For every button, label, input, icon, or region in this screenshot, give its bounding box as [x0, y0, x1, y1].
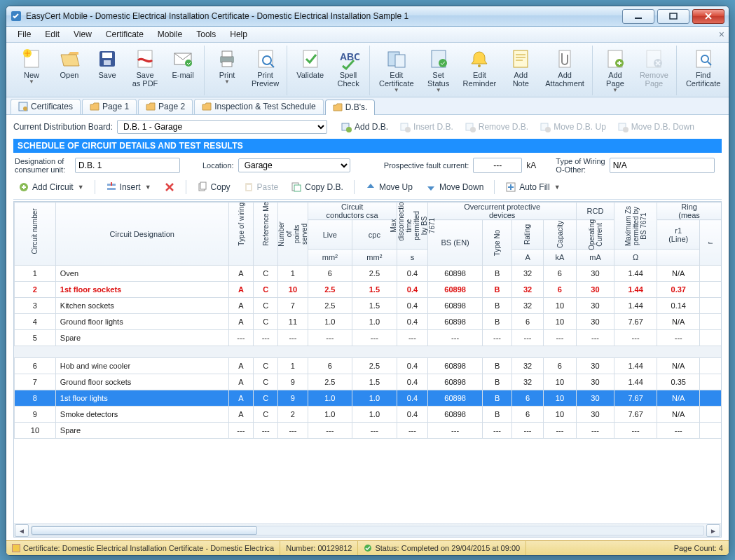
svg-rect-6	[102, 53, 112, 58]
svg-rect-19	[395, 55, 405, 67]
menu-certificate[interactable]: Certificate	[99, 28, 151, 41]
spell-button[interactable]: ABCSpell Check	[330, 46, 366, 95]
svg-point-22	[478, 64, 481, 67]
tab-p1[interactable]: Page 1	[82, 99, 137, 114]
addpage-icon	[604, 48, 626, 70]
menu-edit[interactable]: Edit	[38, 28, 67, 41]
pfc-input[interactable]	[473, 158, 522, 173]
content-area: Current Distribution Board: D.B. 1 - Gar…	[6, 115, 729, 540]
titlebar: EasyCert Mobile - Domestic Electrical In…	[6, 6, 729, 27]
current-db-select[interactable]: D.B. 1 - Garage	[117, 120, 327, 134]
pdf-button[interactable]: Save as PDF	[127, 46, 163, 95]
settings-button[interactable]: Settings	[727, 46, 729, 95]
table-row[interactable]: 5Spare----------------------------------…	[15, 330, 722, 346]
svg-point-40	[470, 127, 476, 132]
move-up-button[interactable]: Move Up	[360, 179, 418, 195]
horizontal-scrollbar[interactable]: ◄ ►	[14, 524, 721, 537]
svg-rect-7	[104, 60, 111, 65]
attach-button[interactable]: Add Attachment	[540, 46, 589, 95]
svg-point-10	[185, 60, 192, 67]
circuit-grid[interactable]: Circuit number Circuit Designation Type …	[14, 202, 722, 439]
save-button[interactable]: Save	[89, 46, 125, 95]
menu-help[interactable]: Help	[223, 28, 254, 41]
menu-tools[interactable]: Tools	[189, 28, 223, 41]
menu-mobile[interactable]: Mobile	[151, 28, 189, 41]
table-row[interactable]: 9Smoke detectorsAC21.01.00.460898B610307…	[15, 407, 722, 423]
print-button[interactable]: Print▼	[209, 46, 245, 95]
editcert-button[interactable]: Edit Certificate▼	[374, 46, 419, 95]
table-row[interactable]: 6Hob and wine coolerAC162.50.460898B3263…	[15, 358, 722, 374]
tab-its[interactable]: Inspection & Test Schedule	[194, 99, 324, 114]
rmdb-button: Remove D.B.	[460, 119, 533, 135]
minimize-button[interactable]	[622, 9, 654, 24]
table-row[interactable]: 4Ground floor lightsAC111.01.00.460898B6…	[15, 314, 722, 330]
maximize-button[interactable]	[657, 9, 689, 24]
findcert-icon	[692, 48, 715, 70]
validate-button[interactable]: Validate	[291, 46, 329, 95]
menu-file[interactable]: File	[11, 28, 38, 41]
schedule-header: SCHEDULE OF CIRCUIT DETAILS AND TEST RES…	[13, 139, 722, 153]
auto-fill-button[interactable]: Auto Fill▼	[500, 179, 565, 195]
close-button[interactable]	[692, 9, 724, 24]
pfc-label: Prospective fault current:	[384, 161, 469, 170]
wiring-input[interactable]	[610, 158, 715, 173]
svg-rect-47	[107, 188, 116, 190]
db-selector-row: Current Distribution Board: D.B. 1 - Gar…	[13, 119, 722, 135]
note-button[interactable]: Add Note	[502, 46, 539, 95]
svg-rect-2	[670, 13, 677, 19]
table-row[interactable]: 10Spare---------------------------------…	[15, 423, 722, 439]
svg-rect-13	[222, 62, 232, 67]
new-button[interactable]: New▼	[13, 46, 50, 95]
open-button[interactable]: Open	[51, 46, 88, 95]
email-button[interactable]: E-mail	[165, 46, 201, 95]
menu-view[interactable]: View	[67, 28, 99, 41]
status-number: Number: 00129812	[280, 541, 358, 555]
svg-point-38	[405, 127, 411, 132]
status-certificate: Certificate: Domestic Electrical Install…	[6, 541, 280, 555]
status-button[interactable]: Set Status▼	[420, 46, 457, 95]
status-icon	[427, 48, 450, 70]
location-select[interactable]: Garage	[238, 158, 350, 172]
page-tabs: CertificatesPage 1Page 2Inspection & Tes…	[6, 97, 729, 115]
svg-rect-49	[200, 182, 206, 189]
wiring-label: Type of Wiring O-Other:	[556, 157, 605, 174]
designation-input[interactable]	[75, 158, 180, 173]
move-down-button[interactable]: Move Down	[420, 179, 488, 195]
tab-dbs[interactable]: D.B's.	[325, 100, 376, 115]
copy-button[interactable]: Copy	[192, 179, 235, 195]
scroll-left-button[interactable]: ◄	[15, 524, 29, 537]
svg-text:ABC: ABC	[340, 51, 359, 62]
table-row[interactable]: 7Ground floor socketsAC92.51.50.460898B3…	[15, 374, 722, 390]
preview-button[interactable]: Print Preview	[247, 46, 284, 95]
circuit-grid-wrap: Circuit number Circuit Designation Type …	[13, 201, 722, 538]
mdi-close-icon[interactable]: ×	[719, 29, 724, 40]
tab-p2[interactable]: Page 2	[138, 99, 193, 114]
delete-button[interactable]	[159, 179, 180, 195]
circuit-toolbar: Add Circuit▼ Insert▼ Copy Paste Copy D.B…	[13, 178, 722, 200]
scroll-track[interactable]	[31, 526, 704, 535]
reminder-button[interactable]: Edit Reminder	[458, 46, 502, 95]
copy-db-button[interactable]: Copy D.B.	[286, 179, 348, 195]
paste-button: Paste	[238, 179, 284, 195]
table-row[interactable]: 3Kitchen socketsAC72.51.50.460898B321030…	[15, 298, 722, 314]
designation-label: Designation of consumer unit:	[15, 157, 71, 174]
app-icon	[11, 11, 22, 22]
scroll-right-button[interactable]: ►	[706, 524, 720, 537]
attach-icon	[554, 48, 576, 70]
table-row[interactable]: 1OvenAC162.50.460898B326301.44N/A	[15, 266, 722, 282]
status-pagecount: Page Count: 4	[668, 541, 729, 555]
findcert-button[interactable]: Find Certificate	[681, 46, 726, 95]
table-row[interactable]: 21st floor socketsAC102.51.50.460898B326…	[15, 282, 722, 298]
svg-rect-1	[635, 18, 642, 19]
insert-button[interactable]: Insert▼	[101, 179, 156, 195]
validate-icon	[299, 48, 322, 70]
table-row[interactable]: 81st floor lightsAC91.01.00.460898B61030…	[15, 390, 722, 407]
insdb-button: Insert D.B.	[394, 119, 458, 135]
status-status: Status: Completed on 29/04/2015 at 09:00	[358, 541, 526, 555]
scroll-thumb[interactable]	[32, 526, 257, 535]
tab-certs[interactable]: Certificates	[11, 99, 81, 114]
editcert-icon	[385, 48, 408, 70]
addpage-button[interactable]: Add Page▼	[597, 46, 633, 95]
add-circuit-button[interactable]: Add Circuit▼	[13, 179, 89, 195]
adddb-button[interactable]: Add D.B.	[336, 119, 393, 135]
